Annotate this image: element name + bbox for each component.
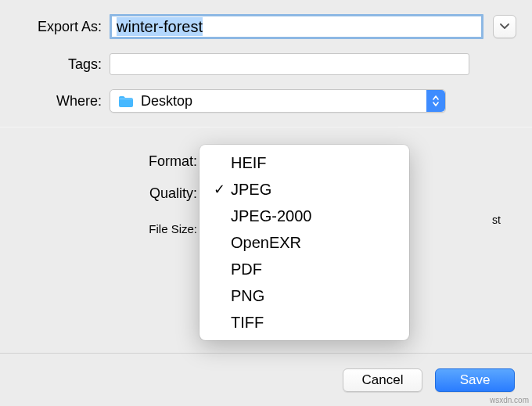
folder-icon (118, 95, 133, 107)
where-select[interactable]: Desktop (110, 89, 446, 113)
format-option-label: PNG (231, 287, 264, 305)
format-option-label: PDF (231, 260, 262, 278)
export-as-value: winter-forest (117, 17, 203, 36)
export-input-wrap: winter-forest (110, 14, 516, 39)
where-label: Where: (16, 93, 110, 110)
where-value: Desktop (141, 93, 192, 110)
format-option-label: HEIF (231, 154, 267, 172)
format-option-jpeg2000[interactable]: JPEG-2000 (200, 203, 409, 229)
export-as-input[interactable]: winter-forest (110, 14, 483, 39)
format-option-png[interactable]: PNG (200, 282, 409, 309)
updown-arrows-icon (426, 90, 445, 112)
save-button[interactable]: Save (435, 368, 515, 392)
quality-max-label: st (492, 214, 501, 226)
format-option-label: JPEG-2000 (231, 207, 311, 225)
format-option-jpeg[interactable]: ✓ JPEG (200, 176, 409, 203)
format-label: Format: (16, 153, 203, 170)
tags-input[interactable] (110, 53, 469, 75)
format-option-label: TIFF (231, 314, 264, 332)
quality-label: Quality: (16, 185, 203, 202)
tags-row: Tags: (16, 53, 516, 75)
tags-label: Tags: (16, 56, 110, 73)
check-icon: ✓ (214, 181, 231, 198)
format-dropdown-menu: HEIF ✓ JPEG JPEG-2000 OpenEXR PDF PNG TI… (200, 145, 409, 340)
export-as-row: Export As: winter-forest (16, 14, 516, 39)
where-row: Where: Desktop (16, 89, 516, 113)
format-option-pdf[interactable]: PDF (200, 256, 409, 282)
svg-rect-0 (119, 99, 133, 99)
format-option-heif[interactable]: HEIF (200, 149, 409, 176)
format-option-label: JPEG (231, 181, 271, 199)
format-option-openexr[interactable]: OpenEXR (200, 229, 409, 256)
format-option-tiff[interactable]: TIFF (200, 309, 409, 336)
export-as-label: Export As: (16, 19, 110, 35)
watermark: wsxdn.com (490, 396, 529, 404)
button-bar: Cancel Save (0, 353, 532, 406)
cancel-button[interactable]: Cancel (343, 368, 422, 392)
format-option-label: OpenEXR (231, 234, 301, 252)
expand-button[interactable] (493, 15, 516, 38)
filesize-label: File Size: (16, 222, 203, 235)
top-section: Export As: winter-forest Tags: Where: De… (0, 0, 532, 127)
chevron-down-icon (500, 23, 509, 30)
